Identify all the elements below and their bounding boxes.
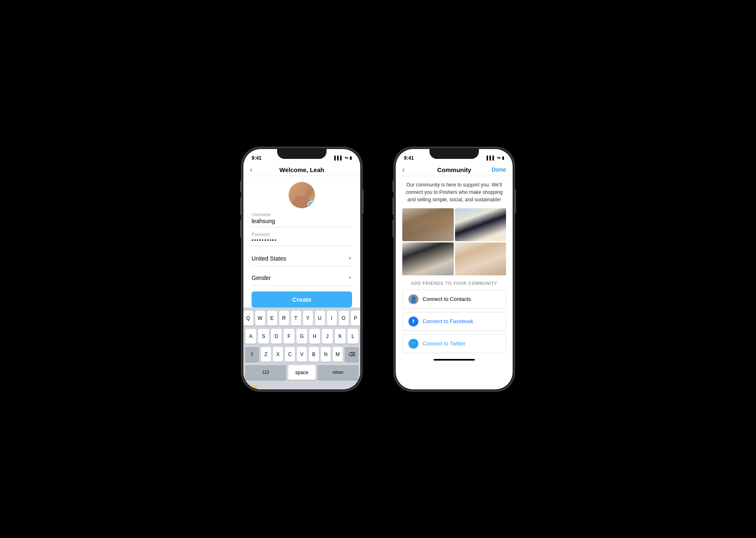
facebook-icon: f <box>408 317 418 326</box>
password-field-group: Password •••••••••• <box>252 232 352 246</box>
keyboard-row-3: ⇧ Z X C V B N M ⌫ <box>245 347 359 362</box>
gender-select[interactable]: Gender ▼ <box>252 270 352 286</box>
return-key[interactable]: return <box>317 365 359 380</box>
password-label: Password <box>252 232 352 237</box>
country-select[interactable]: United States ▼ <box>252 251 352 266</box>
username-label: Username <box>252 212 352 217</box>
username-value[interactable]: leahsung <box>252 218 352 227</box>
key-z[interactable]: Z <box>261 347 271 362</box>
contacts-icon: 👤 <box>408 294 418 304</box>
battery-icon: ▮ <box>502 156 504 160</box>
power-button <box>362 189 364 214</box>
nav-bar: ‹ Community Done <box>396 164 513 176</box>
key-x[interactable]: X <box>273 347 283 362</box>
notch <box>277 149 327 159</box>
key-f[interactable]: F <box>284 329 294 344</box>
page-title: Community <box>437 166 471 173</box>
nav-bar: ‹ Welcome, Leah <box>243 164 360 176</box>
key-s[interactable]: S <box>258 329 269 344</box>
key-e[interactable]: E <box>267 311 277 326</box>
create-button[interactable]: Create <box>252 291 352 307</box>
key-g[interactable]: G <box>296 329 307 344</box>
avatar[interactable]: + <box>289 182 315 208</box>
key-q[interactable]: Q <box>243 311 253 326</box>
photo-4 <box>455 242 506 275</box>
key-i[interactable]: I <box>327 311 337 326</box>
home-indicator <box>434 359 475 361</box>
wifi-icon: ↬ <box>497 156 500 160</box>
connect-facebook-button[interactable]: f Connect to Facebook <box>402 312 506 331</box>
numbers-key[interactable]: 123 <box>245 365 286 380</box>
key-l[interactable]: L <box>348 329 358 344</box>
key-v[interactable]: V <box>297 347 307 362</box>
key-c[interactable]: C <box>285 347 295 362</box>
country-value: United States <box>252 255 286 262</box>
key-d[interactable]: D <box>271 329 282 344</box>
key-a[interactable]: A <box>245 329 256 344</box>
key-y[interactable]: Y <box>303 311 313 326</box>
battery-icon: ▮ <box>350 156 352 160</box>
key-h[interactable]: H <box>309 329 320 344</box>
back-button[interactable]: ‹ <box>250 165 252 174</box>
photo-grid <box>402 208 506 275</box>
phone-2: 9:41 ▌▌▌ ↬ ▮ ‹ Community Done Our commun… <box>394 148 514 391</box>
status-icons: ▌▌▌ ↬ ▮ <box>487 156 504 160</box>
gender-label: Gender <box>252 275 271 281</box>
done-button[interactable]: Done <box>492 166 506 173</box>
phone-1: 9:41 ▌▌▌ ↬ ▮ ‹ Welcome, Leah + <box>242 148 362 391</box>
screen-content: + Username leahsung Password •••••••••• … <box>243 176 360 389</box>
add-friends-label: ADD FRIENDS TO YOUR COMMUNITY <box>396 281 513 286</box>
key-t[interactable]: T <box>291 311 301 326</box>
key-m[interactable]: M <box>333 347 343 362</box>
keyboard: Q W E R T Y U I O P A S D F G H <box>243 307 360 389</box>
key-w[interactable]: W <box>255 311 265 326</box>
notch <box>429 149 479 159</box>
signal-icon: ▌▌▌ <box>487 156 495 160</box>
shift-key[interactable]: ⇧ <box>245 347 259 362</box>
wifi-icon: ↬ <box>345 156 348 160</box>
photo-2 <box>455 208 506 241</box>
power-button <box>514 189 516 214</box>
connect-contacts-button[interactable]: 👤 Connect to Contacts <box>402 290 506 309</box>
mute-button <box>392 181 394 192</box>
chevron-down-icon: ▼ <box>348 275 352 280</box>
volume-down-button <box>240 219 242 238</box>
keyboard-row-2: A S D F G H J K L <box>245 329 359 344</box>
key-r[interactable]: R <box>279 311 289 326</box>
volume-up-button <box>240 197 242 215</box>
status-time: 9:41 <box>252 155 261 161</box>
keyboard-emoji-row: 🙂 🎤 <box>245 383 359 389</box>
connect-facebook-label: Connect to Facebook <box>422 318 474 324</box>
key-b[interactable]: B <box>309 347 319 362</box>
key-p[interactable]: P <box>351 311 361 326</box>
connect-twitter-button[interactable]: 🐦 Connect to Twitter <box>402 334 506 353</box>
page-title: Welcome, Leah <box>280 166 324 173</box>
add-photo-button[interactable]: + <box>308 201 315 208</box>
volume-up-button <box>392 197 394 215</box>
password-value[interactable]: •••••••••• <box>252 238 352 246</box>
key-k[interactable]: K <box>335 329 345 344</box>
mute-button <box>240 181 242 192</box>
community-description: Our community is here to support you. We… <box>396 176 513 208</box>
signal-icon: ▌▌▌ <box>334 156 343 160</box>
username-field-group: Username leahsung <box>252 212 352 227</box>
chevron-down-icon: ▼ <box>348 256 352 261</box>
connect-twitter-label: Connect to Twitter <box>422 340 466 347</box>
status-icons: ▌▌▌ ↬ ▮ <box>334 156 352 160</box>
status-time: 9:41 <box>404 155 414 161</box>
connect-contacts-label: Connect to Contacts <box>422 296 471 302</box>
key-u[interactable]: U <box>315 311 325 326</box>
emoji-key[interactable]: 🙂 <box>248 385 257 389</box>
back-button[interactable]: ‹ <box>402 165 405 174</box>
key-j[interactable]: J <box>322 329 333 344</box>
screen-content: Our community is here to support you. We… <box>396 176 513 389</box>
keyboard-row-1: Q W E R T Y U I O P <box>245 311 359 326</box>
key-n[interactable]: N <box>321 347 331 362</box>
volume-down-button <box>392 219 394 238</box>
delete-key[interactable]: ⌫ <box>345 347 359 362</box>
twitter-icon: 🐦 <box>408 339 418 349</box>
form-section: Username leahsung Password •••••••••• Un… <box>243 212 360 307</box>
space-key[interactable]: space <box>288 365 316 380</box>
microphone-key[interactable]: 🎤 <box>347 385 355 389</box>
key-o[interactable]: O <box>339 311 349 326</box>
